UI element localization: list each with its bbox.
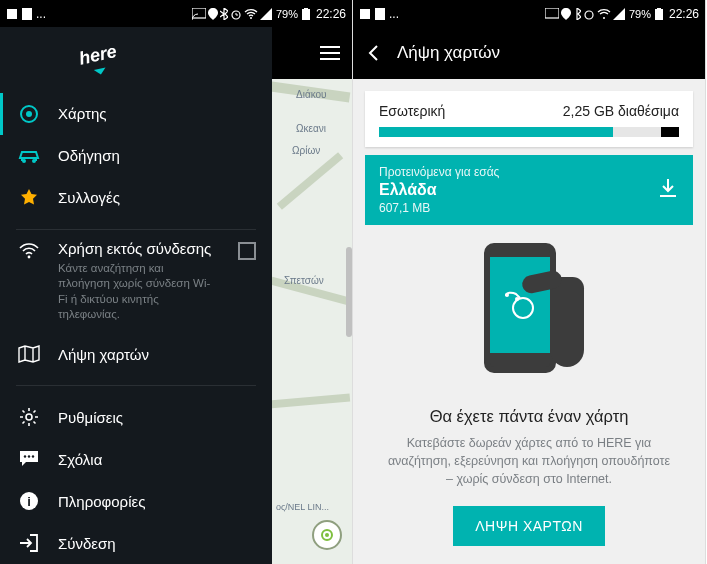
nav-settings[interactable]: Ρυθμίσεις — [0, 396, 272, 438]
storage-name: Εσωτερική — [379, 103, 445, 119]
status-bar: ... 79% 22:26 — [353, 0, 705, 27]
compass-button[interactable] — [312, 520, 342, 550]
nav-download-label: Λήψη χαρτών — [58, 346, 149, 363]
svg-point-25 — [603, 17, 605, 19]
menu-button[interactable] — [320, 46, 340, 60]
status-ellipsis: ... — [389, 7, 399, 21]
map-label: Διάκου — [296, 89, 327, 100]
svg-point-29 — [505, 293, 509, 297]
separator — [16, 229, 256, 230]
reco-heading: Προτεινόμενα για εσάς — [379, 165, 499, 179]
clock: 22:26 — [669, 7, 699, 21]
header-title: Λήψη χαρτών — [397, 43, 500, 63]
promo-desc: Κατεβάστε δωρεάν χάρτες από το HERE για … — [383, 434, 675, 488]
signin-icon — [18, 532, 40, 554]
nav-drive-label: Οδήγηση — [58, 147, 120, 164]
phone-right: ... 79% 22:26 Λήψη χαρτών Εσωτερική 2,25… — [353, 0, 706, 564]
location-icon — [561, 8, 571, 20]
map-label: Σπετσών — [284, 275, 324, 286]
map-label: Ωρίων — [292, 145, 320, 156]
bluetooth-icon — [220, 8, 228, 20]
battery-pct: 79% — [629, 8, 651, 20]
cast-icon — [192, 8, 206, 20]
promo-title: Θα έχετε πάντα έναν χάρτη — [430, 407, 629, 426]
reco-size: 607,1 MB — [379, 201, 499, 215]
nav-settings-label: Ρυθμίσεις — [58, 409, 123, 426]
svg-rect-5 — [302, 9, 310, 20]
chevron-left-icon — [365, 44, 383, 62]
star-icon — [18, 187, 40, 209]
svg-point-4 — [250, 17, 252, 19]
download-header: Λήψη χαρτών — [353, 27, 705, 79]
storage-bar — [379, 127, 679, 137]
location-icon — [208, 8, 218, 20]
gear-icon — [18, 406, 40, 428]
chat-icon — [18, 448, 40, 470]
map-label: Ωκεανι — [296, 123, 326, 134]
wifi-icon — [244, 8, 258, 20]
map-view[interactable]: Διάκου Ωκεανι Ωρίων Σπετσών ος/NEL LIN..… — [272, 27, 352, 564]
svg-point-16 — [32, 455, 34, 457]
svg-point-12 — [28, 256, 31, 259]
alarm-icon — [230, 8, 242, 20]
car-icon — [18, 145, 40, 167]
notif-icon — [359, 8, 371, 20]
nav-download[interactable]: Λήψη χαρτών — [0, 333, 272, 375]
nav-collections[interactable]: Συλλογές — [0, 177, 272, 219]
storage-card[interactable]: Εσωτερική 2,25 GB διαθέσιμα — [365, 91, 693, 147]
phone-left: ... 79% 22:26 here Χάρτης — [0, 0, 353, 564]
maps-icon — [18, 103, 40, 125]
separator — [16, 385, 256, 386]
nav-offline[interactable]: Χρήση εκτός σύνδεσης Κάντε αναζήτηση και… — [0, 240, 272, 327]
nav-maps[interactable]: Χάρτης — [0, 93, 272, 135]
nav-signin-label: Σύνδεση — [58, 535, 116, 552]
download-maps-button[interactable]: ΛΗΨΗ ΧΑΡΤΩΝ — [453, 506, 605, 546]
svg-point-15 — [28, 455, 30, 457]
svg-point-24 — [585, 11, 593, 19]
svg-rect-6 — [304, 8, 308, 9]
nav-feedback[interactable]: Σχόλια — [0, 438, 272, 480]
alarm-icon — [583, 8, 595, 20]
nav-feedback-label: Σχόλια — [58, 451, 102, 468]
map-label: ος/NEL LIN... — [276, 502, 329, 512]
svg-text:here: here — [77, 41, 118, 68]
nav-about-label: Πληροφορίες — [58, 493, 145, 510]
svg-point-30 — [515, 297, 519, 301]
promo-section: Θα έχετε πάντα έναν χάρτη Κατεβάστε δωρε… — [353, 225, 705, 564]
info-icon: i — [18, 490, 40, 512]
recommended-card[interactable]: Προτεινόμενα για εσάς Ελλάδα 607,1 MB — [365, 155, 693, 225]
download-icon[interactable] — [657, 177, 679, 203]
svg-point-9 — [26, 111, 32, 117]
here-logo: here — [0, 27, 272, 93]
nav-offline-desc: Κάντε αναζήτηση και πλοήγηση χωρίς σύνδε… — [58, 261, 220, 323]
svg-rect-2 — [192, 8, 206, 18]
notif-icon-2 — [375, 8, 385, 20]
svg-point-28 — [513, 298, 533, 318]
wifi-icon — [597, 8, 611, 20]
nav-drawer: here Χάρτης Οδήγηση Συλλογές — [0, 27, 272, 564]
svg-point-11 — [32, 159, 36, 163]
notif-icon-2 — [22, 8, 32, 20]
back-button[interactable]: Λήψη χαρτών — [365, 43, 500, 63]
battery-icon — [302, 8, 310, 20]
nav-offline-label: Χρήση εκτός σύνδεσης — [58, 240, 220, 257]
svg-point-20 — [325, 533, 329, 537]
svg-rect-23 — [545, 8, 559, 18]
nav-signin[interactable]: Σύνδεση — [0, 522, 272, 564]
svg-rect-0 — [7, 9, 17, 19]
svg-rect-22 — [375, 8, 385, 20]
nav-about[interactable]: i Πληροφορίες — [0, 480, 272, 522]
clock: 22:26 — [316, 7, 346, 21]
bluetooth-icon — [573, 8, 581, 20]
volume-overlay — [346, 247, 352, 337]
offline-checkbox[interactable] — [238, 242, 256, 260]
svg-point-14 — [24, 455, 26, 457]
battery-pct: 79% — [276, 8, 298, 20]
nav-drive[interactable]: Οδήγηση — [0, 135, 272, 177]
status-ellipsis: ... — [36, 7, 46, 21]
status-bar: ... 79% 22:26 — [0, 0, 352, 27]
nav-maps-label: Χάρτης — [58, 105, 107, 122]
signal-icon — [613, 8, 625, 20]
svg-rect-21 — [360, 9, 370, 19]
nav-collections-label: Συλλογές — [58, 189, 120, 206]
